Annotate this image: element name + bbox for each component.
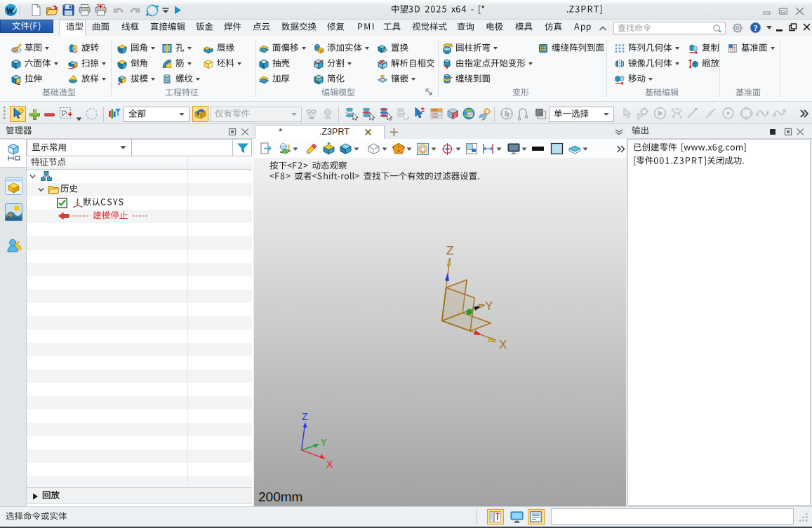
svg-text:Y: Y xyxy=(485,299,493,313)
svg-text:Y: Y xyxy=(321,437,328,448)
svg-text:X: X xyxy=(499,338,507,351)
svg-text:X: X xyxy=(326,459,333,470)
svg-text:?: ? xyxy=(753,23,757,33)
svg-text:Z: Z xyxy=(446,244,453,257)
svg-text:Z: Z xyxy=(302,411,308,422)
